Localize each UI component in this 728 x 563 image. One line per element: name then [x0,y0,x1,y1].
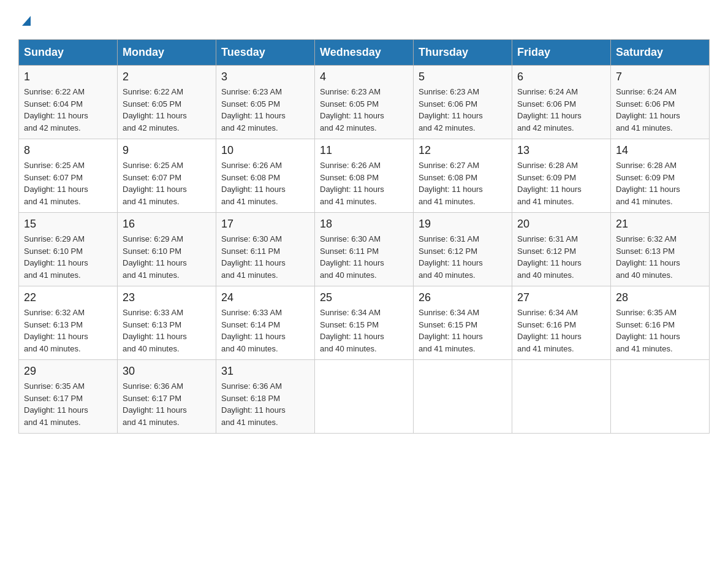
day-info: Sunrise: 6:23 AM Sunset: 6:06 PM Dayligh… [419,86,507,134]
day-info: Sunrise: 6:28 AM Sunset: 6:09 PM Dayligh… [517,159,605,207]
day-number: 18 [320,218,408,231]
day-info: Sunrise: 6:34 AM Sunset: 6:15 PM Dayligh… [419,307,507,354]
calendar-day-cell: 28 Sunrise: 6:35 AM Sunset: 6:16 PM Dayl… [611,286,710,360]
day-info: Sunrise: 6:22 AM Sunset: 6:04 PM Dayligh… [24,86,112,134]
calendar-day-cell: 8 Sunrise: 6:25 AM Sunset: 6:07 PM Dayli… [19,139,118,213]
day-info: Sunrise: 6:24 AM Sunset: 6:06 PM Dayligh… [517,86,605,134]
day-number: 28 [616,291,704,304]
calendar-day-cell [414,360,512,434]
day-number: 25 [320,291,408,304]
weekday-header-thursday: Thursday [414,40,512,66]
calendar-week-row: 29 Sunrise: 6:35 AM Sunset: 6:17 PM Dayl… [19,360,710,434]
day-number: 31 [221,365,309,378]
day-number: 7 [616,71,704,83]
day-number: 2 [123,71,211,83]
day-info: Sunrise: 6:33 AM Sunset: 6:14 PM Dayligh… [221,307,309,354]
day-number: 30 [123,365,211,378]
day-info: Sunrise: 6:33 AM Sunset: 6:13 PM Dayligh… [123,307,211,354]
calendar-day-cell: 9 Sunrise: 6:25 AM Sunset: 6:07 PM Dayli… [118,139,216,213]
day-info: Sunrise: 6:23 AM Sunset: 6:05 PM Dayligh… [320,86,408,134]
day-info: Sunrise: 6:31 AM Sunset: 6:12 PM Dayligh… [517,233,605,281]
day-number: 13 [517,144,605,157]
day-number: 1 [24,71,112,83]
calendar-day-cell: 11 Sunrise: 6:26 AM Sunset: 6:08 PM Dayl… [315,139,414,213]
day-number: 26 [419,291,507,304]
day-number: 20 [517,218,605,231]
day-info: Sunrise: 6:26 AM Sunset: 6:08 PM Dayligh… [320,159,408,207]
day-number: 10 [221,144,309,157]
day-number: 11 [320,144,408,157]
day-info: Sunrise: 6:35 AM Sunset: 6:16 PM Dayligh… [616,307,704,354]
day-info: Sunrise: 6:34 AM Sunset: 6:16 PM Dayligh… [517,307,605,354]
day-info: Sunrise: 6:30 AM Sunset: 6:11 PM Dayligh… [320,233,408,281]
day-number: 6 [517,71,605,83]
calendar-day-cell: 19 Sunrise: 6:31 AM Sunset: 6:12 PM Dayl… [414,213,512,286]
svg-marker-0 [22,16,31,26]
calendar-day-cell: 21 Sunrise: 6:32 AM Sunset: 6:13 PM Dayl… [611,213,710,286]
calendar-day-cell: 29 Sunrise: 6:35 AM Sunset: 6:17 PM Dayl… [19,360,118,434]
calendar-day-cell: 23 Sunrise: 6:33 AM Sunset: 6:13 PM Dayl… [118,286,216,360]
day-number: 16 [123,218,211,231]
day-info: Sunrise: 6:25 AM Sunset: 6:07 PM Dayligh… [24,159,112,207]
day-number: 29 [24,365,112,378]
weekday-header-monday: Monday [118,40,216,66]
calendar-day-cell: 27 Sunrise: 6:34 AM Sunset: 6:16 PM Dayl… [512,286,611,360]
calendar-week-row: 1 Sunrise: 6:22 AM Sunset: 6:04 PM Dayli… [19,66,710,139]
day-number: 23 [123,291,211,304]
calendar-day-cell: 20 Sunrise: 6:31 AM Sunset: 6:12 PM Dayl… [512,213,611,286]
day-info: Sunrise: 6:25 AM Sunset: 6:07 PM Dayligh… [123,159,211,207]
day-number: 22 [24,291,112,304]
calendar-day-cell: 15 Sunrise: 6:29 AM Sunset: 6:10 PM Dayl… [19,213,118,286]
calendar-day-cell: 30 Sunrise: 6:36 AM Sunset: 6:17 PM Dayl… [118,360,216,434]
calendar-day-cell [315,360,414,434]
calendar-day-cell: 1 Sunrise: 6:22 AM Sunset: 6:04 PM Dayli… [19,66,118,139]
calendar-header-row: SundayMondayTuesdayWednesdayThursdayFrid… [19,40,710,66]
calendar-day-cell [512,360,611,434]
day-info: Sunrise: 6:31 AM Sunset: 6:12 PM Dayligh… [419,233,507,281]
calendar-day-cell: 25 Sunrise: 6:34 AM Sunset: 6:15 PM Dayl… [315,286,414,360]
calendar-day-cell: 17 Sunrise: 6:30 AM Sunset: 6:11 PM Dayl… [216,213,315,286]
day-info: Sunrise: 6:34 AM Sunset: 6:15 PM Dayligh… [320,307,408,354]
day-number: 24 [221,291,309,304]
calendar-day-cell: 24 Sunrise: 6:33 AM Sunset: 6:14 PM Dayl… [216,286,315,360]
day-number: 4 [320,71,408,83]
calendar-table: SundayMondayTuesdayWednesdayThursdayFrid… [18,39,710,434]
page-header [18,12,710,27]
calendar-week-row: 22 Sunrise: 6:32 AM Sunset: 6:13 PM Dayl… [19,286,710,360]
calendar-day-cell: 2 Sunrise: 6:22 AM Sunset: 6:05 PM Dayli… [118,66,216,139]
day-number: 9 [123,144,211,157]
calendar-week-row: 8 Sunrise: 6:25 AM Sunset: 6:07 PM Dayli… [19,139,710,213]
calendar-week-row: 15 Sunrise: 6:29 AM Sunset: 6:10 PM Dayl… [19,213,710,286]
weekday-header-friday: Friday [512,40,611,66]
weekday-header-tuesday: Tuesday [216,40,315,66]
calendar-day-cell [611,360,710,434]
day-info: Sunrise: 6:29 AM Sunset: 6:10 PM Dayligh… [123,233,211,281]
calendar-day-cell: 10 Sunrise: 6:26 AM Sunset: 6:08 PM Dayl… [216,139,315,213]
day-info: Sunrise: 6:26 AM Sunset: 6:08 PM Dayligh… [221,159,309,207]
day-info: Sunrise: 6:36 AM Sunset: 6:18 PM Dayligh… [221,380,309,428]
day-number: 17 [221,218,309,231]
calendar-day-cell: 4 Sunrise: 6:23 AM Sunset: 6:05 PM Dayli… [315,66,414,139]
day-info: Sunrise: 6:32 AM Sunset: 6:13 PM Dayligh… [24,307,112,354]
calendar-day-cell: 3 Sunrise: 6:23 AM Sunset: 6:05 PM Dayli… [216,66,315,139]
calendar-day-cell: 16 Sunrise: 6:29 AM Sunset: 6:10 PM Dayl… [118,213,216,286]
day-number: 21 [616,218,704,231]
day-info: Sunrise: 6:32 AM Sunset: 6:13 PM Dayligh… [616,233,704,281]
calendar-day-cell: 5 Sunrise: 6:23 AM Sunset: 6:06 PM Dayli… [414,66,512,139]
day-info: Sunrise: 6:24 AM Sunset: 6:06 PM Dayligh… [616,86,704,134]
day-number: 27 [517,291,605,304]
day-info: Sunrise: 6:22 AM Sunset: 6:05 PM Dayligh… [123,86,211,134]
day-number: 8 [24,144,112,157]
day-info: Sunrise: 6:29 AM Sunset: 6:10 PM Dayligh… [24,233,112,281]
day-info: Sunrise: 6:36 AM Sunset: 6:17 PM Dayligh… [123,380,211,428]
calendar-day-cell: 14 Sunrise: 6:28 AM Sunset: 6:09 PM Dayl… [611,139,710,213]
day-number: 14 [616,144,704,157]
day-info: Sunrise: 6:23 AM Sunset: 6:05 PM Dayligh… [221,86,309,134]
day-info: Sunrise: 6:28 AM Sunset: 6:09 PM Dayligh… [616,159,704,207]
calendar-day-cell: 22 Sunrise: 6:32 AM Sunset: 6:13 PM Dayl… [19,286,118,360]
calendar-day-cell: 7 Sunrise: 6:24 AM Sunset: 6:06 PM Dayli… [611,66,710,139]
logo-triangle-icon [20,13,33,27]
day-number: 15 [24,218,112,231]
day-info: Sunrise: 6:35 AM Sunset: 6:17 PM Dayligh… [24,380,112,428]
day-number: 3 [221,71,309,83]
